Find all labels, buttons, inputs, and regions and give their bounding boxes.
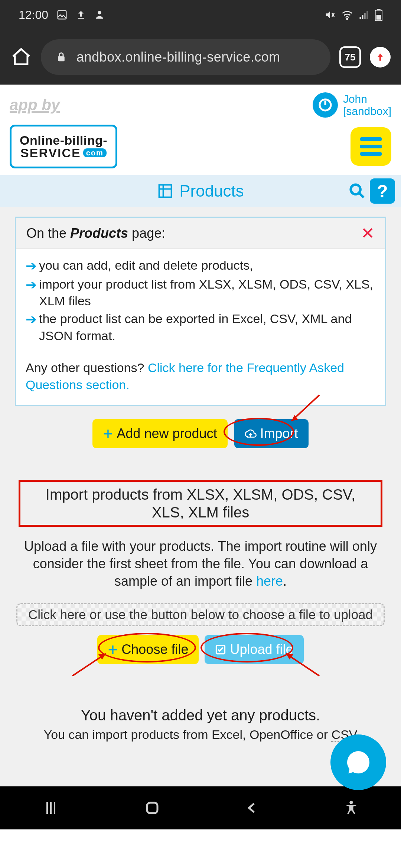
tab-count[interactable]: 75	[339, 46, 361, 68]
back-button[interactable]	[245, 799, 260, 817]
arrow-icon: ➔	[26, 310, 37, 345]
help-button[interactable]: ?	[370, 178, 395, 204]
arrow-icon: ➔	[26, 276, 37, 310]
hamburger-menu[interactable]	[351, 127, 391, 166]
choose-file-button[interactable]: + Choose file	[97, 635, 199, 664]
svg-rect-7	[366, 11, 368, 19]
chat-fab[interactable]	[330, 734, 386, 790]
statusbar: 12:00	[0, 0, 401, 30]
url-text: andbox.online-billing-service.com	[76, 49, 280, 65]
svg-point-14	[351, 185, 361, 194]
faq-line: Any other questions? Click here for the …	[26, 359, 375, 394]
svg-rect-6	[364, 13, 366, 19]
svg-rect-10	[377, 9, 381, 10]
import-description: Upload a file with your products. The im…	[15, 538, 386, 590]
power-icon	[313, 92, 338, 118]
plus-icon: +	[108, 640, 118, 660]
svg-rect-13	[159, 185, 172, 197]
battery-icon	[375, 9, 382, 21]
info-bullet: import your product list from XLSX, XLSM…	[39, 276, 375, 310]
person-icon	[94, 10, 105, 20]
svg-rect-0	[58, 11, 66, 19]
app-logo[interactable]: Online-billing- SERVICEcom	[10, 125, 117, 168]
recents-button[interactable]	[42, 799, 60, 817]
address-bar[interactable]: andbox.online-billing-service.com	[41, 39, 330, 75]
user-env: [sandbox]	[343, 105, 391, 117]
update-button[interactable]	[370, 47, 391, 68]
svg-rect-4	[360, 17, 361, 19]
logo-line1: Online-billing-	[20, 134, 107, 147]
browser-bar: andbox.online-billing-service.com 75	[0, 30, 401, 85]
mute-icon	[325, 9, 336, 20]
logo-line2: SERVICE	[20, 147, 81, 159]
arrow-icon: ➔	[26, 257, 37, 275]
svg-rect-9	[376, 15, 381, 20]
svg-rect-16	[147, 803, 157, 813]
logo-com: com	[83, 148, 107, 157]
import-section-title: Import products from XLSX, XLSM, ODS, CS…	[19, 480, 382, 527]
status-time: 12:00	[19, 8, 48, 22]
page-title: Products	[179, 182, 244, 200]
svg-rect-5	[362, 15, 363, 19]
plus-icon: +	[103, 424, 113, 444]
add-product-button[interactable]: + Add new product	[92, 419, 227, 448]
svg-point-17	[349, 801, 353, 804]
content: On the Products page: ✕ ➔you can add, ed…	[0, 207, 401, 786]
lock-icon	[56, 50, 67, 64]
page-header: Products ?	[0, 175, 401, 207]
upload-file-label: Upload file	[230, 642, 293, 657]
info-bullet: the product list can be exported in Exce…	[39, 310, 375, 345]
home-icon[interactable]	[10, 46, 32, 68]
empty-title: You haven't added yet any products.	[15, 707, 386, 724]
svg-point-3	[347, 19, 348, 20]
svg-rect-11	[58, 56, 65, 62]
logo-row: Online-billing- SERVICEcom	[0, 122, 401, 175]
wifi-icon	[341, 9, 353, 21]
empty-subtitle: You can import products from Excel, Open…	[15, 727, 386, 742]
app-header: app by John [sandbox]	[0, 85, 401, 122]
info-title: On the Products page:	[26, 226, 165, 241]
import-button[interactable]: Import	[234, 419, 309, 448]
user-box[interactable]: John [sandbox]	[313, 92, 391, 118]
sample-link[interactable]: here	[256, 573, 283, 589]
svg-rect-1	[78, 18, 84, 19]
upload-icon	[76, 10, 86, 20]
info-box: On the Products page: ✕ ➔you can add, ed…	[15, 217, 386, 406]
search-icon[interactable]	[348, 181, 367, 201]
system-navbar	[0, 786, 401, 829]
signal-icon	[359, 9, 370, 20]
upload-dropzone[interactable]: Click here or use the button below to ch…	[16, 603, 385, 626]
cloud-icon	[245, 428, 257, 440]
import-label: Import	[260, 426, 298, 441]
image-icon	[56, 9, 68, 20]
upload-file-button[interactable]: Upload file	[205, 635, 303, 664]
app-by-label: app by	[10, 96, 60, 114]
choose-file-label: Choose file	[121, 642, 188, 657]
user-name: John	[343, 93, 391, 105]
check-icon	[215, 644, 226, 655]
info-bullet: you can add, edit and delete products,	[39, 257, 253, 275]
products-icon	[157, 183, 173, 199]
home-button[interactable]	[143, 799, 161, 817]
accessibility-button[interactable]	[343, 800, 359, 816]
svg-point-2	[98, 11, 101, 14]
add-product-label: Add new product	[117, 426, 217, 441]
close-icon[interactable]: ✕	[361, 224, 375, 243]
